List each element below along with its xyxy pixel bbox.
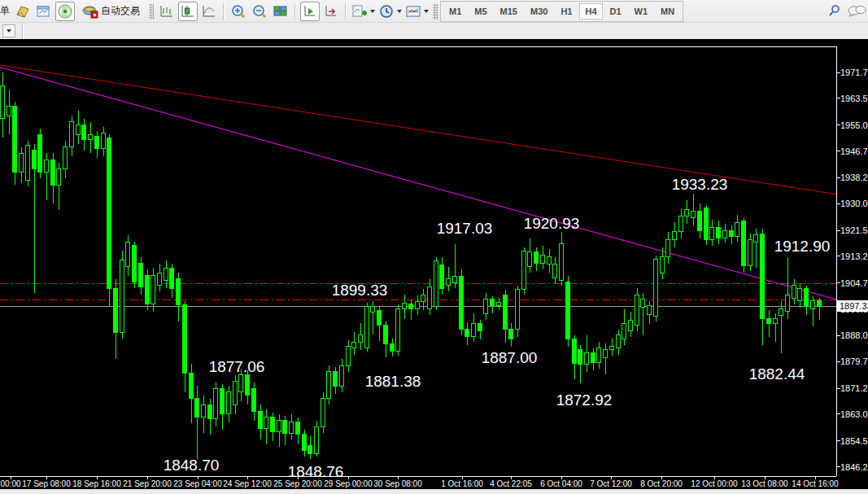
candle — [735, 222, 739, 236]
candle — [585, 353, 589, 365]
candle — [416, 301, 420, 308]
candle — [761, 234, 765, 318]
current-price-label: 1897.33 — [840, 301, 868, 311]
candle — [566, 282, 570, 339]
zoom-out-button[interactable] — [250, 2, 269, 21]
candle — [541, 256, 545, 264]
time-axis-label: 13 Oct 08:00 — [741, 479, 788, 488]
chat-icon — [847, 4, 866, 19]
price-axis-label: 1888.00 — [840, 330, 868, 340]
tile-windows-button[interactable] — [271, 2, 290, 21]
auto-scroll-button[interactable] — [300, 2, 320, 21]
swing-price-label: 1917.03 — [437, 220, 493, 237]
toolbar-separator — [22, 23, 24, 39]
zoom-out-icon — [251, 4, 268, 19]
swing-price-label: 1872.92 — [556, 391, 613, 409]
tf-m15-button[interactable]: M15 — [495, 3, 523, 20]
secondary-toolbar — [0, 23, 868, 39]
candle — [315, 426, 319, 453]
tf-w1-button[interactable]: W1 — [629, 3, 654, 20]
candle — [264, 417, 268, 429]
candle — [20, 153, 24, 172]
time-axis-label: 00:00 — [0, 479, 20, 488]
periods-button[interactable] — [377, 2, 403, 21]
line-chart-icon — [201, 4, 217, 19]
signal-button[interactable] — [55, 2, 75, 21]
tf-mn-button[interactable]: MN — [655, 3, 680, 20]
candle — [390, 343, 395, 351]
candle — [717, 227, 721, 238]
candle — [321, 399, 325, 427]
candle — [522, 251, 526, 289]
candle — [334, 372, 338, 386]
candle — [547, 257, 552, 264]
indicators-button[interactable] — [351, 2, 376, 21]
candle — [509, 329, 513, 339]
tf-h1-button[interactable]: H1 — [555, 3, 578, 20]
candle — [107, 138, 111, 288]
swing-price-label: 1912.90 — [774, 238, 831, 255]
tf-m5-button[interactable]: M5 — [469, 3, 492, 20]
candle — [7, 107, 11, 116]
autotrading-icon — [82, 4, 98, 19]
chart-area[interactable]: 1971.751963.501955.001946.751938.251930.… — [0, 39, 868, 489]
toolbar-grip[interactable] — [433, 3, 438, 20]
candle — [409, 304, 413, 309]
candle — [661, 257, 665, 273]
timeframe-toolbar: M1 M5 M15 M30 H1 H4 D1 W1 MN — [440, 1, 683, 22]
candle — [45, 160, 49, 172]
candle — [233, 381, 238, 404]
candle — [120, 260, 124, 333]
candlestick-button[interactable] — [178, 2, 198, 21]
candle — [82, 125, 86, 139]
time-axis-label: 23 Sep 04:00 — [173, 479, 222, 488]
candle — [259, 411, 263, 428]
bar-chart-button[interactable] — [157, 2, 177, 21]
candle — [754, 235, 758, 242]
candle — [365, 307, 369, 348]
search-button[interactable] — [825, 2, 844, 21]
candle — [214, 389, 218, 419]
toolbar-separator — [223, 3, 225, 20]
time-axis-label: 4 Oct 22:05 — [490, 479, 532, 488]
zoom-in-button[interactable] — [229, 2, 248, 21]
chevron-down-icon — [7, 29, 11, 33]
time-axis-label: 30 Sep 08:00 — [373, 479, 422, 488]
signal-icon — [57, 4, 73, 19]
candle — [597, 348, 601, 362]
candle — [553, 264, 557, 278]
new-order-label: 单 — [0, 4, 10, 18]
tf-m30-button[interactable]: M30 — [525, 3, 553, 20]
candle — [453, 276, 457, 282]
tf-h4-button[interactable]: H4 — [579, 3, 602, 20]
candle — [139, 264, 143, 287]
candle — [774, 319, 778, 324]
time-axis-label: 17 Sep 08:00 — [22, 479, 71, 488]
candle — [497, 303, 501, 306]
notepad-button[interactable] — [13, 2, 33, 21]
candle — [246, 375, 250, 396]
templates-button[interactable] — [404, 2, 430, 21]
autotrading-button[interactable]: 自动交易 — [76, 2, 146, 21]
chat-button[interactable] — [846, 2, 867, 21]
price-chart[interactable]: 1971.751963.501955.001946.751938.251930.… — [0, 39, 868, 489]
candle — [691, 212, 696, 218]
candle — [786, 295, 790, 311]
candle — [170, 268, 174, 288]
candle — [465, 330, 469, 336]
line-chart-button[interactable] — [199, 2, 219, 21]
new-chart-button[interactable] — [34, 2, 54, 21]
toolbar-grip[interactable] — [149, 3, 154, 20]
candle — [202, 404, 206, 417]
search-icon — [827, 4, 843, 19]
candle — [190, 374, 194, 399]
chart-shift-button[interactable] — [321, 2, 341, 21]
swing-price-label: 1920.93 — [524, 215, 580, 232]
zoom-in-icon — [230, 4, 246, 19]
new-order-button[interactable]: 单 — [0, 2, 12, 21]
candle — [158, 273, 162, 285]
tf-d1-button[interactable]: D1 — [604, 3, 627, 20]
tf-m1-button[interactable]: M1 — [443, 3, 467, 20]
toolbar-dropdown-button[interactable] — [2, 24, 15, 37]
candle — [177, 279, 181, 305]
